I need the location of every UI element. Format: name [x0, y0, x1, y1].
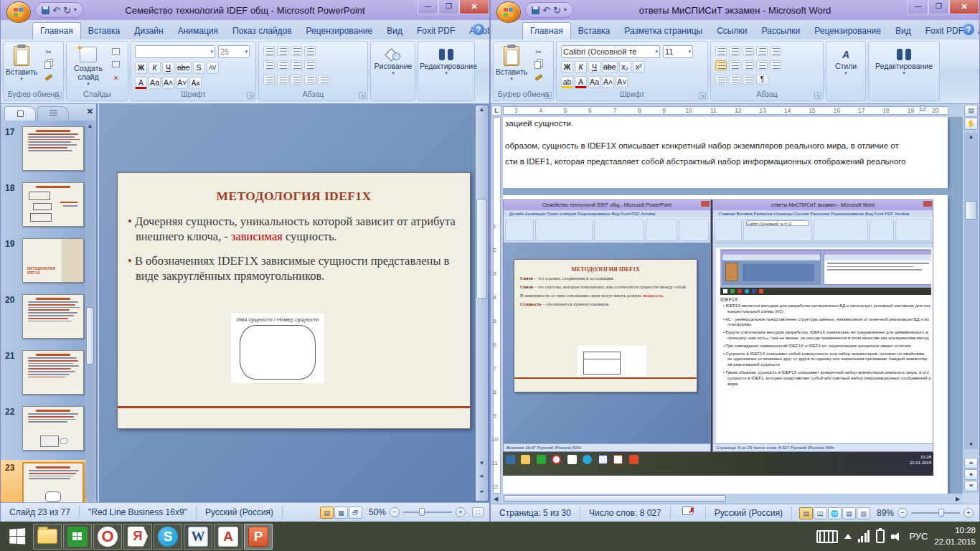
justify-icon[interactable] [304, 75, 316, 85]
bullets-icon[interactable] [715, 46, 727, 56]
slide-sorter-icon[interactable]: ▦ [334, 507, 348, 519]
zoom-out-icon[interactable]: − [390, 507, 400, 517]
touch-keyboard-icon[interactable] [816, 530, 838, 543]
close-button[interactable]: ✕ [459, 0, 489, 14]
text-shadow-button[interactable]: S [193, 62, 205, 74]
tab-recenzirovanie[interactable]: Рецензирование [807, 23, 888, 39]
decrease-indent-icon[interactable] [263, 60, 275, 70]
clear-formatting-icon[interactable]: 🗛 [189, 77, 202, 89]
windows-store-button[interactable] [63, 524, 92, 550]
scroll-down-icon[interactable]: ▼ [476, 459, 488, 468]
font-dialog-launcher-icon[interactable]: ↘ [247, 92, 254, 99]
delete-slide-icon[interactable]: ✕ [110, 72, 122, 83]
save-icon[interactable] [42, 6, 50, 14]
maximize-button[interactable]: ❐ [928, 0, 949, 14]
scroll-up-icon[interactable]: ▲ [476, 105, 488, 114]
undo-icon[interactable]: ↶ [52, 6, 60, 15]
align-text-icon[interactable] [304, 60, 316, 70]
numbering-icon[interactable] [277, 46, 288, 56]
slide-body[interactable]: • Дочерняя сущность, уникальность которо… [128, 214, 457, 283]
zoom-slider[interactable] [403, 512, 452, 513]
line-spacing-icon[interactable] [770, 60, 781, 70]
editing-button[interactable]: Редактирование ▾ [870, 44, 938, 90]
tab-rassylki[interactable]: Рассылки [754, 23, 807, 39]
horizontal-scrollbar[interactable]: ◀ ▶ [491, 494, 963, 504]
slide-thumbnail-18[interactable]: 18 [1, 180, 88, 230]
powerpoint-button[interactable]: P [244, 524, 273, 550]
help-icon[interactable]: ? [963, 24, 974, 35]
word-counter[interactable]: Число слов: 8 027 [580, 507, 671, 519]
spellcheck-status[interactable] [671, 507, 706, 519]
tab-razmetka-stranicy[interactable]: Разметка страницы [617, 23, 710, 39]
slide-scrollbar[interactable]: ▲ ▼ ⏶ ⏷ [476, 105, 488, 501]
slide-title[interactable]: МЕТОДОЛОГИЯ IDEF1X [118, 189, 470, 204]
tab-vstavka[interactable]: Вставка [571, 23, 618, 39]
change-case-button[interactable]: Аа [149, 77, 161, 89]
strikethrough-button[interactable]: abe [176, 62, 192, 74]
font-dialog-launcher-icon[interactable]: ↘ [699, 92, 706, 99]
paste-button[interactable]: Вставить ▾ [5, 44, 38, 90]
zoom-level[interactable]: 89% [877, 508, 894, 518]
subscript-button[interactable]: x₂ [619, 61, 631, 73]
grow-font-button[interactable]: A˄ [602, 76, 614, 88]
line-spacing-icon[interactable] [291, 46, 302, 56]
tab-vstavka[interactable]: Вставка [81, 23, 128, 39]
slide-thumbnail-21[interactable]: 21 [1, 348, 88, 398]
battery-icon[interactable] [876, 529, 885, 543]
undo-icon[interactable]: ↶ [542, 6, 550, 15]
close-panel-icon[interactable]: ✕ [87, 107, 93, 116]
convert-smartart-icon[interactable] [318, 75, 329, 85]
paste-button[interactable]: Вставить ▾ [495, 44, 528, 90]
tab-vid[interactable]: Вид [888, 23, 918, 39]
redo-icon[interactable]: ↻ [553, 6, 561, 15]
shrink-font-button[interactable]: A˅ [616, 76, 628, 88]
align-center-icon[interactable] [729, 60, 740, 70]
theme-name[interactable]: "Red Line Business 16x9" [80, 506, 197, 519]
normal-view-icon[interactable]: ▤ [320, 507, 334, 519]
scroll-down-icon[interactable]: ▼ [964, 441, 978, 449]
qat-customize-icon[interactable]: ▾ [564, 7, 567, 13]
zoom-slider-thumb[interactable] [419, 508, 425, 516]
close-button[interactable]: ✕ [949, 0, 979, 14]
strikethrough-button[interactable]: abe [602, 61, 618, 73]
italic-button[interactable]: К [149, 62, 161, 74]
text-highlight-button[interactable]: ab [561, 76, 573, 88]
language-switcher[interactable]: РУС [909, 531, 928, 542]
language-indicator[interactable]: Русский (Россия) [197, 506, 283, 519]
document-page-4[interactable]: зацией сущности. образом, сущность в IDE… [503, 117, 948, 188]
drawing-button[interactable]: Рисование ▾ [372, 44, 414, 90]
office-button[interactable] [6, 1, 31, 23]
clipboard-dialog-launcher-icon[interactable]: ↘ [545, 92, 552, 99]
scrollbar-thumb[interactable] [86, 307, 94, 364]
scroll-left-icon[interactable]: ◀ [491, 496, 501, 502]
current-slide[interactable]: МЕТОДОЛОГИЯ IDEF1X • Дочерняя сущность, … [117, 172, 471, 429]
browse-object-icon[interactable]: ● [964, 469, 978, 480]
slide-layout-icon[interactable] [110, 46, 122, 57]
zoom-in-icon[interactable]: + [456, 507, 466, 517]
tab-recenzirovanie[interactable]: Рецензирование [299, 23, 380, 39]
word-document-area[interactable]: зацией сущности. образом, сущность в IDE… [503, 117, 963, 494]
font-color-button[interactable]: А [575, 76, 587, 88]
zoom-in-icon[interactable]: + [963, 508, 974, 518]
editing-button[interactable]: Редактирование ▾ [420, 44, 473, 90]
underline-button[interactable]: Ч [588, 61, 600, 73]
bold-button[interactable]: Ж [135, 62, 147, 74]
language-indicator[interactable]: Русский (Россия) [706, 507, 792, 519]
shading-icon[interactable] [715, 75, 727, 85]
minimize-button[interactable]: — [908, 0, 928, 14]
tab-vid[interactable]: Вид [380, 23, 410, 39]
scroll-up-icon[interactable]: ▲ [964, 133, 978, 141]
scroll-up-icon[interactable]: ▲ [85, 122, 95, 131]
entity-diagram[interactable]: Имя сущности / Номер сущности [231, 314, 324, 383]
scrollbar-thumb[interactable] [965, 201, 977, 220]
copy-icon[interactable] [532, 59, 545, 70]
cut-icon[interactable]: ✂ [42, 46, 55, 57]
numbering-icon[interactable] [729, 46, 740, 56]
tab-glavnaya[interactable]: Главная [522, 22, 571, 39]
outline-tab[interactable] [37, 106, 69, 121]
slides-tab[interactable] [4, 106, 36, 121]
superscript-button[interactable]: x² [633, 61, 645, 73]
fit-to-window-icon[interactable]: ⛶ [472, 507, 484, 517]
skype-button[interactable]: S [154, 524, 182, 550]
reset-slide-icon[interactable] [110, 59, 122, 70]
